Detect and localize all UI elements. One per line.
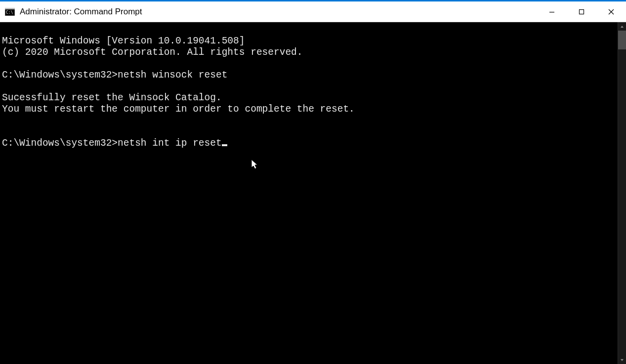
svg-text:C:\: C:\ <box>6 10 13 15</box>
vertical-scrollbar[interactable] <box>618 22 626 364</box>
titlebar[interactable]: C:\ Administrator: Command Prompt <box>0 1 626 22</box>
minimize-button[interactable] <box>537 1 567 22</box>
svg-rect-1 <box>5 8 15 9</box>
window-title: Administrator: Command Prompt <box>20 7 142 17</box>
blank-line <box>2 81 8 92</box>
command-1: netsh winsock reset <box>118 70 227 81</box>
output-1-line-2: You must restart the computer in order t… <box>2 104 355 115</box>
svg-rect-3 <box>549 12 554 12</box>
blank-line <box>2 126 8 137</box>
scrollbar-thumb[interactable] <box>618 31 626 49</box>
svg-marker-7 <box>621 26 624 28</box>
terminal-output[interactable]: Microsoft Windows [Version 10.0.19041.50… <box>0 22 618 364</box>
window-controls <box>537 1 626 22</box>
scrollbar-track[interactable] <box>618 31 626 356</box>
command-line-2: C:\Windows\system32>netsh int ip reset <box>2 138 227 149</box>
banner-version: Microsoft Windows [Version 10.0.19041.50… <box>2 36 245 46</box>
command-2: netsh int ip reset <box>118 138 222 149</box>
maximize-button[interactable] <box>567 1 596 22</box>
scroll-down-button[interactable] <box>618 356 626 364</box>
prompt-2: C:\Windows\system32> <box>2 138 118 149</box>
close-button[interactable] <box>596 1 626 22</box>
output-1-line-1: Sucessfully reset the Winsock Catalog. <box>2 92 222 103</box>
command-line-1: C:\Windows\system32>netsh winsock reset <box>2 70 227 81</box>
scroll-up-button[interactable] <box>618 22 626 31</box>
text-cursor <box>222 144 227 146</box>
prompt-1: C:\Windows\system32> <box>2 70 118 81</box>
svg-rect-4 <box>580 9 584 14</box>
cmd-app-icon: C:\ <box>5 8 15 16</box>
blank-line <box>2 115 8 126</box>
command-prompt-window: C:\ Administrator: Command Prompt Micros… <box>0 0 626 364</box>
banner-copyright: (c) 2020 Microsoft Corporation. All righ… <box>2 47 303 58</box>
svg-marker-8 <box>621 359 624 361</box>
blank-line <box>2 58 8 69</box>
client-area: Microsoft Windows [Version 10.0.19041.50… <box>0 22 626 364</box>
